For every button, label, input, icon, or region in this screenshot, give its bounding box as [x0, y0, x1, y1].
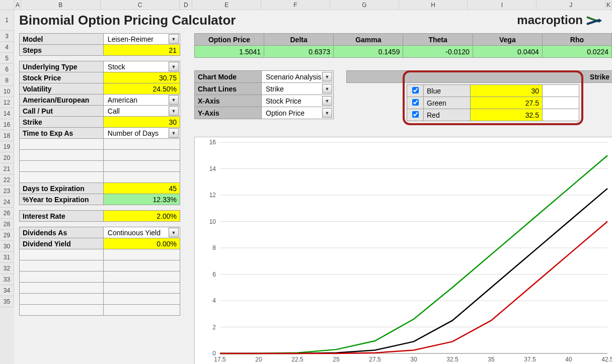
row-header[interactable]: 6 — [0, 64, 14, 75]
call-put-dropdown[interactable]: Call ▼ — [103, 106, 180, 117]
chart-lines-dropdown[interactable]: Strike ▼ — [262, 83, 334, 95]
greek-value: 1.5041 — [195, 46, 264, 58]
column-header[interactable]: C — [101, 0, 180, 10]
column-header[interactable]: G — [330, 0, 399, 10]
greek-value: 0.6373 — [264, 46, 334, 58]
row-header[interactable]: 32 — [0, 263, 14, 274]
steps-input[interactable]: 21 — [103, 45, 180, 56]
column-header[interactable]: E — [192, 0, 261, 10]
model-dropdown[interactable]: Leisen-Reimer ▼ — [103, 34, 180, 45]
red-checkbox[interactable] — [412, 111, 419, 118]
row-header[interactable]: 23 — [0, 186, 14, 197]
column-header[interactable]: J — [537, 0, 605, 10]
chevron-down-icon[interactable]: ▼ — [322, 72, 332, 81]
strike-input[interactable]: 30 — [103, 117, 180, 128]
underlying-type-dropdown[interactable]: Stock ▼ — [103, 61, 180, 72]
green-label: Green — [424, 97, 471, 109]
svg-text:32.5: 32.5 — [446, 356, 458, 363]
greeks-table: Option Price Delta Gamma Theta Vega Rho … — [194, 33, 612, 58]
chevron-down-icon[interactable]: ▼ — [169, 34, 179, 44]
svg-text:12: 12 — [209, 192, 216, 199]
amer-eur-label: American/European — [20, 95, 104, 106]
time-exp-as-label: Time to Exp As — [20, 128, 104, 139]
chevron-down-icon[interactable]: ▼ — [322, 108, 332, 118]
model-label: Model — [20, 34, 104, 45]
green-checkbox[interactable] — [412, 99, 419, 106]
column-header[interactable] — [0, 0, 15, 10]
x-axis-label: X-Axis — [195, 95, 262, 107]
row-header[interactable]: 3 — [0, 31, 14, 42]
svg-text:37.5: 37.5 — [524, 356, 536, 363]
svg-text:25: 25 — [333, 356, 340, 363]
row-header[interactable]: 10 — [0, 86, 14, 97]
blue-checkbox[interactable] — [412, 87, 419, 94]
pct-year-output: 12.33% — [103, 194, 180, 205]
green-input[interactable]: 27.5 — [471, 97, 543, 109]
color-lines-panel: Blue 30 Green 27.5 Red 32.5 — [403, 70, 583, 125]
svg-marker-2 — [599, 19, 602, 23]
div-yield-label: Dividend Yield — [20, 238, 104, 249]
amer-eur-dropdown[interactable]: American ▼ — [103, 95, 180, 106]
row-header[interactable]: 8 — [0, 75, 14, 86]
volatility-input[interactable]: 24.50% — [103, 83, 180, 95]
row-header[interactable]: 19 — [0, 141, 14, 152]
chevron-down-icon[interactable]: ▼ — [169, 62, 179, 71]
column-header[interactable]: D — [180, 0, 192, 10]
row-header[interactable]: 16 — [0, 119, 14, 130]
rate-input[interactable]: 2.00% — [103, 211, 180, 222]
row-header[interactable]: 30 — [0, 241, 14, 252]
row-header[interactable]: 29 — [0, 230, 14, 241]
chart-mode-dropdown[interactable]: Scenario Analysis ▼ — [262, 71, 334, 83]
row-header[interactable]: 35 — [0, 296, 14, 307]
chart-controls: Chart Mode Scenario Analysis ▼ Chart Lin… — [194, 70, 334, 119]
row-header[interactable]: 24 — [0, 197, 14, 208]
svg-text:22.5: 22.5 — [291, 356, 303, 363]
chevron-down-icon[interactable]: ▼ — [169, 106, 179, 116]
page-title: Binomial Option Pricing Calculator — [19, 13, 236, 28]
row-header[interactable]: 1 — [0, 10, 14, 31]
row-header[interactable]: 21 — [0, 163, 14, 174]
red-input[interactable]: 32.5 — [471, 109, 543, 121]
y-axis-dropdown[interactable]: Option Price ▼ — [262, 107, 334, 119]
chevron-down-icon[interactable]: ▼ — [322, 96, 332, 106]
time-exp-as-dropdown[interactable]: Number of Days ▼ — [103, 128, 180, 139]
row-header[interactable]: 5 — [0, 53, 14, 64]
column-header[interactable]: A — [15, 0, 21, 10]
blue-label: Blue — [424, 85, 471, 97]
row-header[interactable]: 31 — [0, 252, 14, 263]
chevron-down-icon[interactable]: ▼ — [169, 95, 179, 105]
chart-mode-label: Chart Mode — [195, 71, 262, 83]
row-header[interactable]: 18 — [0, 130, 14, 141]
row-header[interactable]: 20 — [0, 152, 14, 163]
greek-value: -0.0120 — [403, 46, 473, 58]
row-header[interactable]: 14 — [0, 108, 14, 119]
row-header[interactable]: 28 — [0, 219, 14, 230]
chevron-down-icon[interactable]: ▼ — [322, 84, 332, 94]
greek-header: Theta — [403, 34, 473, 46]
row-header[interactable]: 12 — [0, 97, 14, 108]
div-yield-input[interactable]: 0.00% — [103, 238, 180, 249]
row-header[interactable]: 34 — [0, 285, 14, 296]
greek-value: 0.0224 — [542, 46, 611, 58]
row-headers: 1345681012141618192021222324262829303132… — [0, 10, 14, 364]
column-header[interactable]: K — [605, 0, 612, 10]
chevron-down-icon[interactable]: ▼ — [169, 228, 179, 237]
div-as-dropdown[interactable]: Continuous Yield ▼ — [103, 227, 180, 238]
days-exp-input[interactable]: 45 — [103, 183, 180, 194]
svg-text:40: 40 — [565, 356, 572, 363]
row-header[interactable]: 4 — [0, 42, 14, 53]
svg-text:2: 2 — [212, 324, 216, 331]
stock-price-input[interactable]: 30.75 — [103, 72, 180, 83]
svg-text:10: 10 — [209, 218, 216, 225]
x-axis-dropdown[interactable]: Stock Price ▼ — [262, 95, 334, 107]
blue-input[interactable]: 30 — [471, 85, 543, 97]
column-header[interactable]: H — [399, 0, 468, 10]
row-header[interactable]: 22 — [0, 174, 14, 186]
column-header[interactable]: F — [261, 0, 330, 10]
column-header[interactable]: B — [21, 0, 101, 10]
column-header[interactable]: I — [468, 0, 537, 10]
row-header[interactable]: 33 — [0, 274, 14, 285]
chevron-down-icon[interactable]: ▼ — [169, 128, 179, 138]
row-header[interactable]: 26 — [0, 208, 14, 219]
red-label: Red — [424, 109, 471, 121]
